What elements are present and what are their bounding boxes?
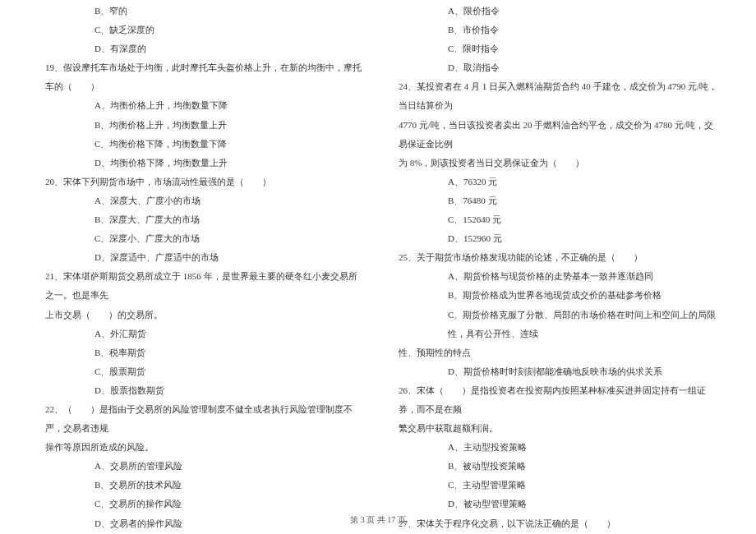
q21-option-a: A、外汇期货	[37, 325, 366, 343]
q24-option-b: B、76480 元	[390, 191, 719, 210]
q21-option-b: B、税率期货	[37, 343, 366, 362]
q25-option-c-cont: 性、预期性的特点	[390, 343, 719, 362]
q19-option-d: D、均衡价格下降，均衡数量上升	[37, 154, 366, 173]
q23-option-b: B、市价指令	[390, 21, 719, 39]
q21-option-d: D、股票指数期货	[37, 381, 366, 400]
q25-option-a: A、期货价格与现货价格的走势基本一致并逐渐趋同	[390, 267, 719, 286]
q26-option-b: B、被动型投资策略	[390, 457, 719, 476]
q25-option-c: C、期货价格克服了分散、局部的市场价格在时间上和空间上的局限性，具有公开性、连续	[390, 306, 719, 343]
q25-option-b: B、期货价格成为世界各地现货成交价的基础参考价格	[390, 286, 719, 305]
q20-text: 20、宋体下列期货市场中，市场流动性最强的是（ ）	[37, 173, 366, 191]
q25-option-d: D、期货价格时时刻刻都能准确地反映市场的供求关系	[390, 362, 719, 381]
q26-option-c: C、主动型管理策略	[390, 476, 719, 495]
q26-option-a: A、主动型投资策略	[390, 438, 719, 457]
q24-text-cont2: 为 8%，则该投资者当日交易保证金为（ ）	[390, 154, 719, 173]
q22-text-cont: 操作等原因所造成的风险。	[37, 438, 366, 457]
q20-option-d: D、深度适中、广度适中的市场	[37, 248, 366, 267]
q22-option-b: B、交易所的技术风险	[37, 476, 366, 495]
q18-option-c: C、缺乏深度的	[37, 21, 366, 39]
q26-text-cont: 繁交易中获取超额利润。	[390, 419, 719, 438]
q19-text: 19、假设摩托车市场处于均衡，此时摩托车头盔价格上升，在新的均衡中，摩托车的（ …	[37, 58, 366, 96]
q18-option-b: B、窄的	[37, 2, 366, 21]
q24-option-d: D、152960 元	[390, 229, 719, 248]
q20-option-b: B、深度大、广度大的市场	[37, 210, 366, 229]
q25-text: 25、关于期货市场价格发现功能的论述，不正确的是（ ）	[390, 248, 719, 267]
q23-option-c: C、限时指令	[390, 39, 719, 58]
q24-text: 24、某投资者在 4 月 1 日买入燃料油期货合约 40 手建仓，成交价为 47…	[390, 77, 719, 115]
q21-option-c: C、股票期货	[37, 362, 366, 381]
q24-option-c: C、152640 元	[390, 210, 719, 229]
right-column: A、限价指令 B、市价指令 C、限时指令 D、取消指令 24、某投资者在 4 月…	[378, 2, 731, 493]
q20-option-a: A、深度大、广度小的市场	[37, 191, 366, 210]
q24-text-cont1: 4770 元/吨，当日该投资者卖出 20 手燃料油合约平仓，成交价为 4780 …	[390, 116, 719, 154]
q23-option-d: D、取消指令	[390, 58, 719, 77]
q22-option-a: A、交易所的管理风险	[37, 457, 366, 476]
q22-text: 22、（ ）是指由于交易所的风险管理制度不健全或者执行风险管理制度不严，交易者违…	[37, 400, 366, 438]
q24-option-a: A、76320 元	[390, 173, 719, 191]
left-column: B、窄的 C、缺乏深度的 D、有深度的 19、假设摩托车市场处于均衡，此时摩托车…	[25, 2, 378, 493]
q21-text: 21、宋体堪萨斯期货交易所成立于 1856 年，是世界最主要的硬冬红小麦交易所之…	[37, 267, 366, 305]
q26-text: 26、宋体（ ）是指投资者在投资期内按照某种标准买进并固定持有一组证券，而不是在…	[390, 381, 719, 419]
q23-option-a: A、限价指令	[390, 2, 719, 21]
document-page: B、窄的 C、缺乏深度的 D、有深度的 19、假设摩托车市场处于均衡，此时摩托车…	[0, 0, 756, 513]
q22-option-c: C、交易所的操作风险	[37, 495, 366, 513]
q26-option-d: D、被动型管理策略	[390, 495, 719, 513]
q19-option-a: A、均衡价格上升，均衡数量下降	[37, 96, 366, 115]
q21-text-cont: 上市交易（ ）的交易所。	[37, 306, 366, 325]
q19-option-c: C、均衡价格下降，均衡数量下降	[37, 135, 366, 154]
q18-option-d: D、有深度的	[37, 39, 366, 58]
q19-option-b: B、均衡价格上升，均衡数量上升	[37, 116, 366, 135]
q20-option-c: C、深度小、广度大的市场	[37, 229, 366, 248]
page-footer: 第 3 页 共 17 页	[0, 514, 756, 526]
